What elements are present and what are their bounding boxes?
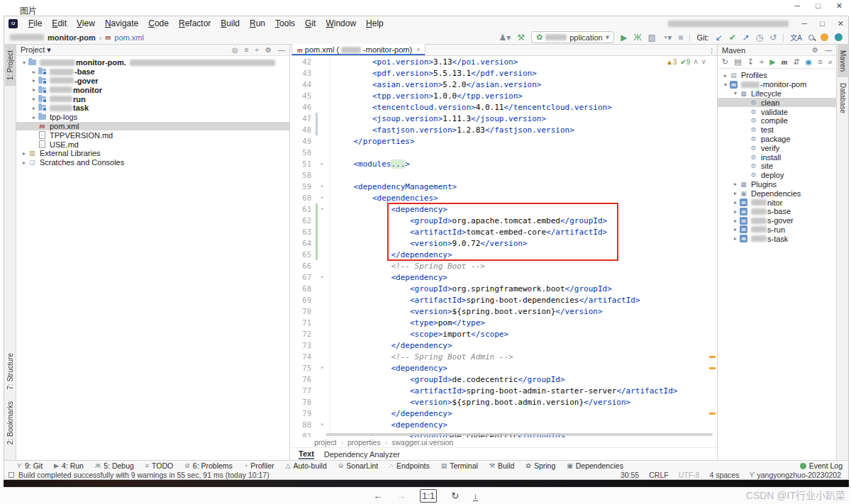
actual-size-icon[interactable]: 1:1 [420, 489, 437, 503]
maven-header-icon-1[interactable]: — [825, 46, 832, 54]
code-line-49[interactable]: 49 </properties> [290, 135, 717, 147]
inspection-widget[interactable]: ▲3 ✔9 ˄ ˅ [666, 58, 706, 66]
project-tree-item-run[interactable]: ▸run [16, 94, 289, 103]
chevron-right-icon[interactable]: ▸ [732, 226, 739, 233]
indent-indicator[interactable]: 4 spaces [709, 471, 739, 479]
code-line-42[interactable]: 42 <poi.version>3.13</poi.version> [290, 56, 717, 67]
project-tree-item-tpp-logs[interactable]: ▸tpp-logs [16, 113, 289, 122]
menu-run[interactable]: Run [245, 17, 270, 30]
maven-toolbar-icon-3[interactable]: + [760, 58, 764, 66]
fold-marker-icon[interactable]: ▾ [318, 274, 326, 280]
ide-minimize-button[interactable]: ─ [801, 19, 807, 28]
plugin-gradient-icon[interactable] [835, 33, 842, 41]
maven-tree-item-plugins[interactable]: ▸▦Plugins [718, 180, 836, 189]
tool-button-4-run[interactable]: ▶4: Run [54, 461, 84, 470]
project-tree-item--gover[interactable]: ▸-gover [16, 77, 289, 86]
chevron-down-icon[interactable]: ▾ [722, 82, 729, 88]
maven-toolbar-icon-9[interactable]: » [828, 58, 833, 66]
git-push-button[interactable]: ↗ [742, 33, 750, 43]
coverage-button[interactable]: ▧ [648, 33, 656, 43]
translate-icon[interactable]: 文A [790, 32, 802, 43]
code-line-72[interactable]: 72 <scope>import</scope> [290, 328, 717, 340]
menu-navigate[interactable]: Navigate [100, 17, 143, 30]
photos-close-button[interactable]: ✕ [836, 1, 842, 11]
save-download-icon[interactable]: ↓ [473, 491, 478, 501]
editor-tab-pomxml[interactable]: m pom.xml (-monitor-pom) × [291, 44, 425, 55]
code-line-65[interactable]: 65 </dependency> [290, 249, 717, 260]
code-line-74[interactable]: 74 <!-- Spring Boot Admin --> [290, 351, 717, 362]
code-line-75[interactable]: 75▾ <dependency> [290, 362, 717, 374]
menu-edit[interactable]: Edit [47, 17, 72, 30]
chevron-down-icon[interactable]: ▾ [21, 60, 28, 66]
fold-marker-icon[interactable]: ▾ [318, 195, 326, 201]
chevron-right-icon[interactable]: ▸ [30, 69, 38, 75]
maven-tree-item-package[interactable]: ⚙package [718, 135, 836, 144]
maven-toolbar-icon-7[interactable]: ◉ [806, 58, 813, 66]
tool-button-auto-build[interactable]: △Auto-build [286, 461, 327, 470]
maven-toolbar-icon-4[interactable]: ▶ [769, 58, 775, 66]
code-editor[interactable]: 42 <poi.version>3.13</poi.version>43 <pd… [290, 56, 717, 437]
maven-toolbar-icon-5[interactable]: m [782, 58, 788, 66]
project-header-icon-2[interactable]: ÷ [255, 46, 260, 54]
git-commit-button[interactable]: ✔ [729, 33, 736, 43]
project-tree-item-monitor-pom-[interactable]: ▾monitor-pom. [16, 58, 289, 67]
maven-tree-item-s-gover[interactable]: ▸ms-gover [718, 216, 836, 225]
maven-tree-item-dependencies[interactable]: ▸▣Dependencies [718, 189, 836, 198]
debug-button[interactable]: Ж [634, 33, 642, 43]
project-header-icon-3[interactable]: ⚙ [265, 46, 272, 54]
menu-view[interactable]: View [72, 17, 100, 30]
code-line-79[interactable]: 79 </dependency> [290, 408, 717, 419]
maven-tree-item-s-base[interactable]: ▸ms-base [718, 207, 836, 216]
menu-help[interactable]: Help [361, 17, 389, 30]
code-line-59[interactable]: 59▾ <dependencyManagement> [290, 181, 717, 192]
project-tree-item-tppversion-md[interactable]: TPPVERSION.md [16, 130, 289, 140]
tool-button-spring[interactable]: ✿Spring [525, 461, 555, 470]
project-panel-title[interactable]: Project ▾ [21, 45, 51, 55]
code-line-77[interactable]: 77 <artifactId>spring-boot-admin-starter… [290, 385, 717, 396]
editor-view-tab-text[interactable]: Text [299, 449, 314, 459]
maven-toolbar-icon-6[interactable]: ⇵ [793, 58, 799, 66]
history-icon[interactable]: ◷ [756, 33, 763, 43]
ide-maximize-button[interactable]: □ [820, 19, 825, 28]
line-ending-indicator[interactable]: CRLF [649, 471, 668, 479]
tool-button-build[interactable]: ⚒Build [489, 461, 514, 470]
build-status-message[interactable]: Build completed successfully with 9 warn… [18, 471, 269, 479]
project-tree-item-scratches-and-consoles[interactable]: ▸◲Scratches and Consoles [16, 158, 289, 167]
code-line-66[interactable]: 66 <!-- Spring Boot --> [290, 260, 717, 271]
maven-tree-item-site[interactable]: ⚙site [718, 162, 836, 171]
menu-file[interactable]: File [23, 17, 47, 30]
code-line-67[interactable]: 67▾ <dependency> [290, 271, 717, 283]
menu-git[interactable]: Git [300, 17, 321, 30]
maven-toolbar-icon-2[interactable]: ↧ [747, 58, 754, 66]
maven-tree-item-deploy[interactable]: ⚙deploy [718, 171, 836, 180]
build-hammer-icon[interactable]: ⚒ [517, 33, 525, 43]
code-line-43[interactable]: 43 <pdf.version>5.5.13.1</pdf.version> [290, 67, 717, 79]
code-line-44[interactable]: 44 <asian.version>5.2.0</asian.version> [290, 79, 717, 90]
tool-button-sonarlint[interactable]: ⊖SonarLint [338, 461, 379, 470]
tool-button-profiler[interactable]: ◔Profiler [244, 461, 274, 470]
next-problem-icon[interactable]: ˅ [701, 58, 706, 66]
maven-tree-item-nitor[interactable]: ▸mnitor [718, 198, 836, 207]
chevron-right-icon[interactable]: ▸ [732, 218, 739, 224]
editor-breadcrumb-swagger-ui-version[interactable]: swagger.ui.version [391, 438, 453, 447]
editor-breadcrumb-project[interactable]: project [314, 438, 337, 447]
chevron-right-icon[interactable]: ▸ [30, 96, 38, 102]
editor-view-tab-dependency-analyzer[interactable]: Dependency Analyzer [324, 450, 400, 459]
project-tree-item--base[interactable]: ▸-base [16, 67, 289, 77]
maven-tree-item-s-task[interactable]: ▸ms-task [718, 234, 836, 243]
menu-build[interactable]: Build [216, 17, 245, 30]
tool-tab-project[interactable]: 1: Project [5, 45, 16, 86]
code-line-51[interactable]: 51▸ <modules...> [290, 158, 717, 169]
tool-tab-structure[interactable]: 7: Structure [5, 347, 16, 396]
code-line-78[interactable]: 78 <version>${spring.boot.admin.version}… [290, 396, 717, 408]
maven-tree-item-validate[interactable]: ⚙validate [718, 107, 836, 116]
photos-back-icon[interactable]: ← [373, 491, 382, 500]
code-line-73[interactable]: 73 </dependency> [290, 340, 717, 351]
git-branch-indicator[interactable]: ϒ yangyongzhuo-20230202 [749, 471, 841, 479]
tool-button-6-problems[interactable]: ⊘6: Problems [184, 461, 233, 470]
project-header-icon-4[interactable]: — [278, 46, 285, 54]
chevron-right-icon[interactable]: ▸ [30, 86, 38, 93]
chevron-right-icon[interactable]: ▸ [732, 181, 739, 187]
fold-marker-icon[interactable]: ▾ [318, 206, 326, 212]
photos-maximize-button[interactable]: □ [816, 1, 821, 11]
